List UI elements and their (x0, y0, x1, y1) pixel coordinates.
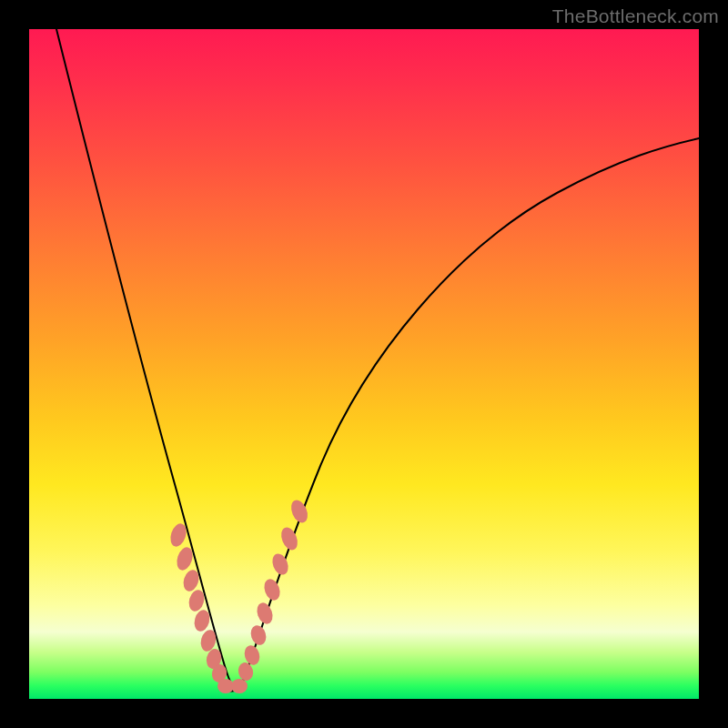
curve-left (56, 29, 235, 690)
svg-point-15 (269, 551, 291, 577)
chart-svg (29, 29, 699, 699)
svg-point-9 (231, 679, 248, 693)
beads-right (237, 498, 311, 682)
outer-frame: TheBottleneck.com (0, 0, 728, 728)
curve-right (240, 138, 699, 688)
svg-point-12 (248, 623, 268, 647)
svg-point-13 (255, 601, 276, 626)
beads-left (167, 521, 228, 683)
watermark-text: TheBottleneck.com (552, 5, 719, 27)
svg-point-17 (288, 498, 311, 525)
svg-point-14 (261, 577, 282, 602)
plot-area (29, 29, 699, 699)
svg-point-16 (278, 525, 301, 552)
